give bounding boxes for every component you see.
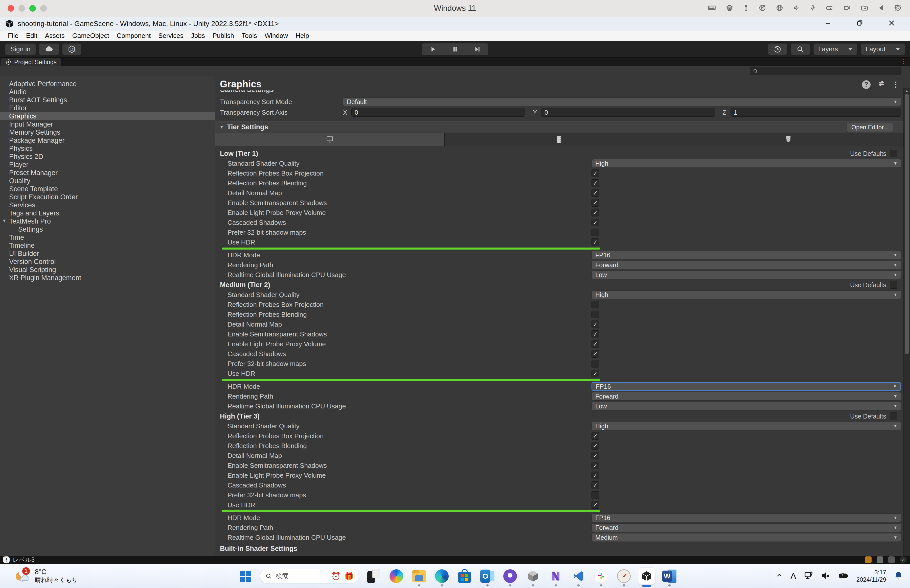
globe-slash-icon[interactable] [758, 3, 767, 13]
rendering-path-dropdown[interactable]: Forward▼ [591, 523, 901, 532]
undo-history-button[interactable] [768, 44, 787, 55]
sidebar-item-script-execution-order[interactable]: Script Execution Order [0, 193, 215, 201]
tab-project-settings[interactable]: Project Settings [0, 58, 61, 66]
use-hdr-checkbox[interactable]: ✓ [591, 501, 599, 509]
hdr-mode-dropdown[interactable]: FP16▼ [591, 514, 901, 522]
layers-dropdown[interactable]: Layers [813, 44, 857, 55]
volume-muted-icon[interactable] [821, 570, 831, 582]
tray-chevron-icon[interactable] [775, 572, 784, 581]
cloud-button[interactable] [39, 44, 59, 55]
prefer-32-bit-shadow-maps-checkbox[interactable] [591, 491, 599, 499]
scrollbar-thumb[interactable] [905, 94, 909, 354]
webgl-platform-tab[interactable]: 5 [674, 133, 904, 146]
version-control-button[interactable]: D [62, 44, 81, 55]
shared-folder-icon[interactable] [860, 3, 870, 13]
sidebar-item-ui-builder[interactable]: UI Builder [0, 250, 215, 258]
sidebar-item-time[interactable]: Time [0, 233, 215, 241]
step-button[interactable] [466, 43, 488, 55]
menu-help[interactable]: Help [292, 32, 313, 40]
standard-shader-quality-dropdown[interactable]: High▼ [591, 291, 901, 299]
detail-normal-map-checkbox[interactable]: ✓ [591, 189, 599, 197]
reflection-probes-blending-checkbox[interactable]: ✓ [591, 442, 599, 449]
globe-icon[interactable] [775, 3, 784, 13]
gift-icon[interactable]: 🎁 [344, 572, 354, 580]
sidebar-item-physics-2d[interactable]: Physics 2D [0, 153, 215, 161]
sidebar-item-editor[interactable]: Editor [0, 104, 215, 112]
menu-window[interactable]: Window [261, 32, 292, 40]
axis-y-input[interactable]: 0 [541, 108, 715, 117]
settings-search-input[interactable] [761, 68, 899, 74]
minimize-button[interactable] [824, 19, 832, 29]
start-button[interactable] [235, 565, 255, 587]
menu-publish[interactable]: Publish [209, 32, 238, 40]
play-back-icon[interactable] [878, 3, 885, 13]
axis-x-input[interactable]: 0 [351, 108, 525, 117]
hdr-mode-dropdown[interactable]: FP16▼ [591, 251, 901, 259]
battery-icon[interactable] [838, 570, 849, 582]
scroll-up-arrow-icon[interactable]: ▲ [904, 88, 910, 94]
realtime-global-illumination-cpu-usage-dropdown[interactable]: Low▼ [591, 402, 901, 410]
use-hdr-checkbox[interactable]: ✓ [591, 238, 599, 246]
use-defaults-checkbox[interactable] [890, 412, 897, 420]
sidebar-item-services[interactable]: Services [0, 201, 215, 209]
app-microsoft-store[interactable] [455, 565, 475, 587]
realtime-global-illumination-cpu-usage-dropdown[interactable]: Medium▼ [591, 533, 901, 542]
standard-shader-quality-dropdown[interactable]: High▼ [591, 422, 901, 430]
sidebar-item-visual-scripting[interactable]: Visual Scripting [0, 266, 215, 274]
sidebar-item-xr-plugin-management[interactable]: XR Plugin Management [0, 274, 215, 282]
enable-light-probe-proxy-volume-checkbox[interactable]: ✓ [591, 209, 599, 216]
sidebar-item-player[interactable]: Player [0, 161, 215, 169]
sidebar-item-preset-manager[interactable]: Preset Manager [0, 169, 215, 177]
enable-semitransparent-shadows-checkbox[interactable]: ✓ [591, 462, 599, 469]
play-button[interactable] [422, 43, 444, 55]
sidebar-item-textmesh-pro[interactable]: ▼TextMesh Pro [0, 217, 215, 225]
hdr-mode-dropdown[interactable]: FP16▼ [591, 382, 901, 391]
cascaded-shadows-checkbox[interactable]: ✓ [591, 219, 599, 226]
speaker-icon[interactable] [792, 3, 801, 13]
reflection-probes-box-projection-checkbox[interactable]: ✓ [591, 170, 599, 177]
app-unity-hub[interactable] [523, 565, 543, 587]
sidebar-item-input-manager[interactable]: Input Manager [0, 120, 215, 128]
menu-file[interactable]: File [4, 32, 22, 40]
pause-button[interactable] [444, 43, 466, 55]
sidebar-item-burst-aot-settings[interactable]: Burst AOT Settings [0, 96, 215, 104]
server-platform-tab[interactable] [445, 133, 674, 146]
cache-status-icon[interactable] [877, 556, 883, 563]
enable-semitransparent-shadows-checkbox[interactable]: ✓ [591, 199, 599, 207]
vertical-scrollbar[interactable]: ▲ [904, 88, 910, 556]
cascaded-shadows-checkbox[interactable]: ✓ [591, 350, 599, 358]
open-editor-button[interactable]: Open Editor... [847, 123, 893, 132]
cpu-icon[interactable] [725, 3, 734, 13]
prefer-32-bit-shadow-maps-checkbox[interactable] [591, 360, 599, 367]
sidebar-item-tags-and-layers[interactable]: Tags and Layers [0, 209, 215, 217]
transparency-sort-mode-dropdown[interactable]: Default ▼ [343, 97, 901, 106]
harddrive-icon[interactable] [824, 3, 834, 13]
sidebar-item-timeline[interactable]: Timeline [0, 241, 215, 250]
tray-clock[interactable]: 3:17 2024/11/29 [857, 569, 886, 583]
realtime-global-illumination-cpu-usage-dropdown[interactable]: Low▼ [591, 270, 901, 279]
app-outlook[interactable]: O [477, 565, 497, 587]
reflection-probes-box-projection-checkbox[interactable] [591, 301, 599, 309]
prefer-32-bit-shadow-maps-checkbox[interactable] [591, 229, 599, 236]
microphone-icon[interactable] [809, 3, 816, 13]
sidebar-item-package-manager[interactable]: Package Manager [0, 136, 215, 144]
app-vscode[interactable] [568, 565, 588, 587]
reflection-probes-box-projection-checkbox[interactable]: ✓ [591, 432, 599, 440]
sidebar-item-quality[interactable]: Quality [0, 177, 215, 185]
sidebar-item-memory-settings[interactable]: Memory Settings [0, 128, 215, 136]
presets-icon[interactable] [878, 80, 885, 89]
axis-z-input[interactable]: 1 [730, 108, 901, 117]
app-github-desktop[interactable] [500, 565, 520, 587]
rendering-path-dropdown[interactable]: Forward▼ [591, 392, 901, 401]
menu-assets[interactable]: Assets [41, 32, 68, 40]
detail-normal-map-checkbox[interactable]: ✓ [591, 320, 599, 328]
app-edge[interactable] [432, 565, 452, 587]
network-status-icon[interactable] [888, 556, 895, 563]
desktop-platform-tab[interactable] [215, 133, 445, 146]
compile-ok-icon[interactable]: ✓ [900, 556, 907, 563]
sidebar-item-audio[interactable]: Audio [0, 88, 215, 96]
foldout-arrow-icon[interactable]: ▼ [219, 124, 224, 130]
sidebar-item-physics[interactable]: Physics [0, 144, 215, 153]
app-word[interactable]: W [659, 565, 680, 587]
use-defaults-checkbox[interactable] [890, 150, 897, 157]
